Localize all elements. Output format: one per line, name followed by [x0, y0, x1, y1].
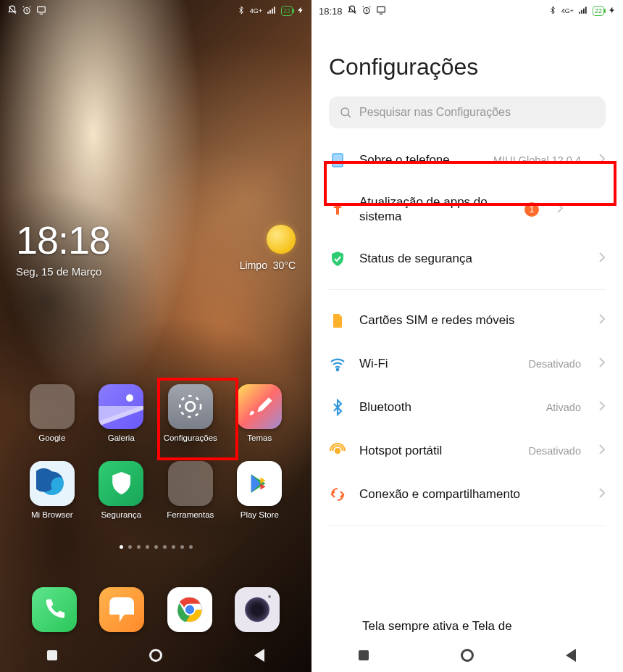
app-label: Temas — [247, 434, 272, 442]
status-bar: 4G+ 22 — [0, 0, 312, 19]
app-label: Mi Browser — [31, 510, 73, 519]
wallpaper — [0, 0, 312, 672]
phone-app-icon[interactable] — [32, 587, 77, 632]
status-time: 18:18 — [319, 6, 343, 17]
svg-point-15 — [341, 108, 349, 116]
nav-recents[interactable] — [356, 647, 372, 663]
app-label: Configurações — [164, 434, 217, 442]
nav-back[interactable] — [563, 647, 579, 663]
nav-recents[interactable] — [44, 647, 60, 663]
sun-icon — [267, 225, 296, 254]
app-label: Segurança — [101, 510, 141, 519]
row-bluetooth[interactable]: Bluetooth Ativado — [319, 386, 616, 429]
app-label: Ferramentas — [167, 510, 214, 519]
cast-icon — [36, 5, 46, 17]
weather-widget[interactable]: Limpo 30°C — [240, 225, 296, 271]
settings-body[interactable]: Configurações Pesquisar nas Configuraçõe… — [312, 20, 623, 639]
weather-temp: 30°C — [273, 260, 296, 271]
divider — [329, 289, 606, 290]
row-label: Cartões SIM e redes móveis — [359, 313, 581, 328]
row-wifi[interactable]: Wi-Fi Desativado — [319, 342, 616, 386]
svg-rect-13 — [377, 7, 385, 12]
dock — [0, 587, 312, 632]
notification-badge: 1 — [524, 202, 539, 217]
network-label: 4G+ — [561, 7, 574, 14]
app-settings[interactable]: Configurações — [159, 384, 222, 442]
app-label: Galeria — [108, 434, 135, 442]
app-tools-folder[interactable]: Ferramentas — [159, 461, 222, 519]
share-icon — [329, 486, 346, 503]
row-value: Desativado — [528, 358, 581, 370]
nav-bar — [0, 639, 312, 672]
dnd-icon — [347, 5, 357, 17]
chevron-right-icon — [598, 313, 606, 328]
page-indicator — [0, 545, 312, 549]
chevron-right-icon — [598, 357, 606, 371]
clock-time: 18:18 — [16, 217, 110, 262]
app-mi-browser[interactable]: Mi Browser — [20, 461, 84, 519]
svg-point-18 — [337, 369, 339, 371]
row-label: Hotspot portátil — [359, 444, 515, 458]
divider — [329, 525, 606, 526]
nav-home[interactable] — [459, 647, 475, 663]
app-google-folder[interactable]: Google — [20, 384, 84, 442]
row-value: Ativado — [546, 402, 581, 413]
weather-condition: Limpo — [240, 260, 267, 271]
svg-rect-17 — [333, 154, 343, 167]
row-always-on-display-partial[interactable]: Tela sempre ativa e Tela de — [312, 614, 623, 639]
phone-square-icon — [329, 152, 346, 169]
search-input[interactable]: Pesquisar nas Configurações — [329, 96, 606, 128]
row-label: Tela sempre ativa e Tela de — [362, 619, 512, 634]
row-value: Desativado — [528, 445, 581, 457]
app-themes[interactable]: Temas — [228, 384, 292, 442]
page-title: Configurações — [319, 20, 616, 94]
chrome-app-icon[interactable] — [167, 587, 212, 632]
charging-icon — [297, 6, 304, 16]
settings-screen: 18:18 4G+ 22 Configuraçõ — [312, 0, 623, 672]
app-gallery[interactable]: Galeria — [90, 384, 154, 442]
chevron-right-icon — [598, 153, 606, 167]
clock-widget[interactable]: 18:18 Seg, 15 de Março — [16, 217, 110, 278]
cast-icon — [376, 5, 386, 17]
bluetooth-icon — [329, 399, 346, 416]
svg-rect-2 — [38, 7, 46, 12]
app-security[interactable]: Segurança — [90, 461, 154, 519]
wifi-icon — [329, 355, 346, 373]
row-value: MIUI Global 12.0.4 — [493, 154, 581, 166]
app-play-store[interactable]: Play Store — [228, 461, 292, 519]
row-connection-sharing[interactable]: Conexão e compartilhamento — [319, 473, 616, 516]
charging-icon — [609, 6, 616, 16]
search-placeholder: Pesquisar nas Configurações — [359, 106, 511, 119]
sim-icon — [329, 312, 346, 329]
shield-icon — [99, 461, 143, 506]
alarm-icon — [361, 5, 372, 17]
row-label: Atualização de apps do sistema — [359, 195, 511, 224]
hotspot-icon — [329, 442, 346, 460]
nav-back[interactable] — [251, 647, 267, 663]
camera-app-icon[interactable] — [235, 587, 280, 632]
arrow-up-icon — [329, 201, 346, 218]
network-label: 4G+ — [250, 7, 262, 14]
signal-icon — [267, 5, 277, 17]
battery-icon: 22 — [593, 6, 604, 16]
row-hotspot[interactable]: Hotspot portátil Desativado — [319, 429, 616, 473]
home-screen: 4G+ 22 18:18 Seg, 15 de Março Limpo 30°C — [0, 0, 312, 672]
signal-icon — [578, 5, 588, 17]
row-label: Sobre o telefone — [359, 153, 480, 167]
nav-home[interactable] — [148, 647, 164, 663]
folder-icon — [30, 384, 75, 429]
svg-point-5 — [180, 397, 201, 418]
row-label: Bluetooth — [359, 400, 533, 415]
chevron-right-icon — [598, 400, 606, 415]
svg-point-4 — [185, 402, 195, 412]
bluetooth-icon — [237, 6, 246, 17]
app-label: Play Store — [241, 510, 279, 519]
row-sim[interactable]: Cartões SIM e redes móveis — [319, 299, 616, 342]
row-system-apps-update[interactable]: Atualização de apps do sistema 1 — [319, 182, 616, 237]
svg-point-19 — [335, 449, 340, 453]
row-about-phone[interactable]: Sobre o telefone MIUI Global 12.0.4 — [319, 138, 616, 182]
chevron-right-icon — [598, 252, 606, 266]
search-icon — [339, 106, 352, 119]
messages-app-icon[interactable] — [99, 587, 144, 632]
row-security-status[interactable]: Status de segurança — [319, 237, 616, 281]
